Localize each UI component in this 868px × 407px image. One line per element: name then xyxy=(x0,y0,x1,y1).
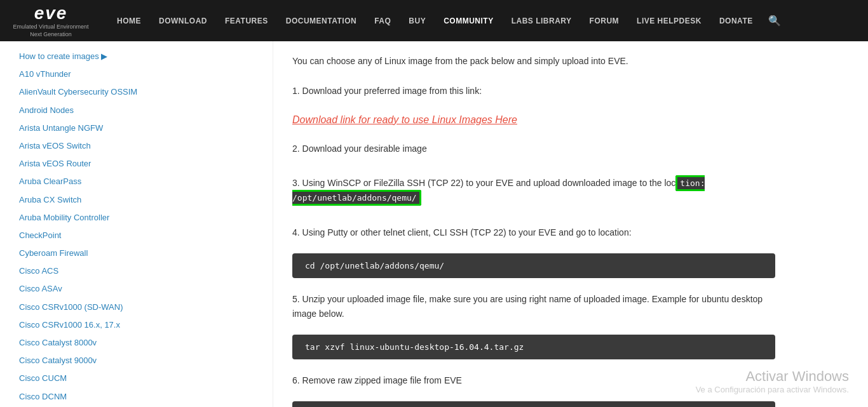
nav-faq[interactable]: FAQ xyxy=(365,0,400,41)
nav-donate[interactable]: DONATE xyxy=(710,0,762,41)
logo[interactable]: eve Emulated Virtual Environment Next Ge… xyxy=(13,3,89,38)
sidebar-item-a10-vthunder[interactable]: A10 vThunder xyxy=(0,65,273,83)
step-6a: 6. Remove raw zipped image file from EVE xyxy=(292,367,775,394)
header: eve Emulated Virtual Environment Next Ge… xyxy=(0,0,868,41)
main-content: You can choose any of Linux image from t… xyxy=(273,41,794,407)
logo-sub1: Emulated Virtual Environment xyxy=(13,23,89,31)
sidebar-item-checkpoint[interactable]: CheckPoint xyxy=(0,227,273,244)
nav-home[interactable]: HOME xyxy=(108,0,150,41)
sidebar-item-cisco-csrv1000-16x[interactable]: Cisco CSRv1000 16.x, 17.x xyxy=(0,316,273,334)
search-icon[interactable]: 🔍 xyxy=(768,15,781,27)
nav-documentation[interactable]: DOCUMENTATION xyxy=(277,0,365,41)
sidebar-item-alienvault[interactable]: AlienVault Cybersecurity OSSIM xyxy=(0,83,273,101)
download-link[interactable]: Download link for ready to use Linux Ima… xyxy=(292,114,775,126)
sidebar-item-aruba-cx[interactable]: Aruba CX Switch xyxy=(0,191,273,209)
step-2: 2. Download your desirable image xyxy=(292,135,775,162)
sidebar-item-aruba-clearpass[interactable]: Aruba ClearPass xyxy=(0,173,273,190)
sidebar-item-cisco-asav[interactable]: Cisco ASAv xyxy=(0,280,273,298)
step2-text: 2. Download your desirable image xyxy=(292,142,427,156)
sidebar-item-cisco-acs[interactable]: Cisco ACS xyxy=(0,262,273,280)
sidebar: How to create images ▶ A10 vThunder Alie… xyxy=(0,41,273,407)
sidebar-item-cisco-catalyst-8000v[interactable]: Cisco Catalyst 8000v xyxy=(0,334,273,352)
nav-download[interactable]: DOWNLOAD xyxy=(150,0,216,41)
sidebar-item-how-to-create[interactable]: How to create images ▶ xyxy=(0,48,273,65)
sidebar-item-cisco-dcnm[interactable]: Cisco DCNM xyxy=(0,388,273,406)
step3-highlight: tion: /opt/unetlab/addons/qemu/ xyxy=(292,175,705,206)
nav-forum[interactable]: FORUM xyxy=(581,0,628,41)
step4-text: 4. Using Putty or other telnet client, C… xyxy=(292,225,632,239)
nav-community[interactable]: COMMUNITY xyxy=(435,0,503,41)
code-block-2: tar xzvf linux-ubuntu-desktop-16.04.4.ta… xyxy=(292,335,775,359)
step-3: 3. Using WinSCP or FileZilla SSH (TCP 22… xyxy=(292,170,775,211)
main-nav: HOME DOWNLOAD FEATURES DOCUMENTATION FAQ… xyxy=(108,0,855,41)
step1-text: 1. Download your preferred image from th… xyxy=(292,84,482,98)
sidebar-item-cyberoam[interactable]: Cyberoam Firewall xyxy=(0,244,273,262)
sidebar-item-arista-veos-switch[interactable]: Arista vEOS Switch xyxy=(0,137,273,155)
sidebar-item-aruba-mobility[interactable]: Aruba Mobility Controller xyxy=(0,209,273,227)
code-block-1: cd /opt/unetlab/addons/qemu/ xyxy=(292,253,775,278)
code-block-3: rm -f linux-ubuntu-desktop-16.04.4.tar.g… xyxy=(292,401,775,407)
step5-text: 5. Unzip your uploaded image file, make … xyxy=(292,292,775,321)
step-1: 1. Download your preferred image from th… xyxy=(292,77,775,104)
intro-text: You can choose any of Linux image from t… xyxy=(292,54,775,68)
sidebar-item-cisco-csrv1000-sdwan[interactable]: Cisco CSRv1000 (SD-WAN) xyxy=(0,298,273,316)
logo-sub2: Next Generation xyxy=(30,31,72,39)
step-4: 4. Using Putty or other telnet client, C… xyxy=(292,219,775,246)
step6a-text: 6. Remove raw zipped image file from EVE xyxy=(292,373,462,387)
sidebar-item-cisco-cucm[interactable]: Cisco CUCM xyxy=(0,370,273,387)
nav-labs-library[interactable]: LABS LIBRARY xyxy=(503,0,581,41)
logo-text: eve xyxy=(34,3,68,23)
sidebar-item-arista-veos-router[interactable]: Arista vEOS Router xyxy=(0,155,273,173)
step-5: 5. Unzip your uploaded image file, make … xyxy=(292,286,775,327)
sidebar-item-arista-untangle[interactable]: Arista Untangle NGFW xyxy=(0,119,273,137)
page-wrapper: How to create images ▶ A10 vThunder Alie… xyxy=(0,41,868,407)
step3-prefix: 3. Using WinSCP or FileZilla SSH (TCP 22… xyxy=(292,176,775,205)
nav-live-helpdesk[interactable]: LIVE HELPDESK xyxy=(628,0,710,41)
sidebar-item-android[interactable]: Android Nodes xyxy=(0,102,273,119)
sidebar-item-cisco-catalyst-9000v[interactable]: Cisco Catalyst 9000v xyxy=(0,352,273,370)
nav-features[interactable]: FEATURES xyxy=(216,0,277,41)
nav-buy[interactable]: BUY xyxy=(400,0,435,41)
